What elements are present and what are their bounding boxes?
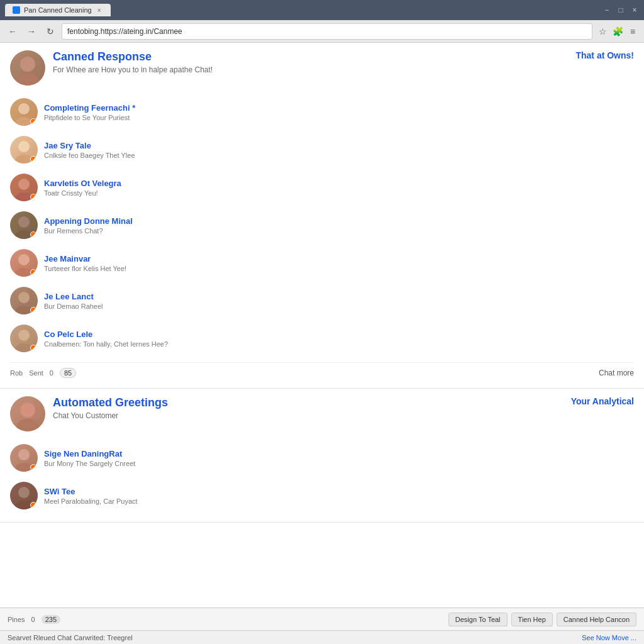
section-tag: That at Owns!: [575, 50, 634, 60]
svg-point-10: [18, 254, 30, 265]
item-avatar: [10, 98, 38, 126]
footer-rob: Rob: [10, 369, 23, 377]
address-bar[interactable]: [62, 23, 592, 40]
item-name: Completing Feernachi *: [44, 103, 634, 113]
menu-icon[interactable]: ≡: [626, 25, 639, 38]
online-indicator: [30, 464, 36, 470]
tab-favicon: [13, 6, 20, 14]
online-indicator: [30, 156, 36, 162]
section-avatar: [10, 50, 45, 86]
section-footer: Rob Sent 0 85 Chat more: [10, 362, 634, 380]
maximize-button[interactable]: □: [616, 6, 625, 14]
section-subtitle: For Whee are How you to in halpe apathe …: [53, 65, 575, 74]
list-item[interactable]: Karvletis Ot Velegra Toatr Crissty Yeu!: [10, 169, 634, 206]
main-scroll-area[interactable]: Canned Response For Whee are How you to …: [0, 43, 644, 608]
item-name: Je Lee Lanct: [44, 292, 634, 301]
browser-window: Pan Canned Cleaning × − □ × ← → ↻ ☆ 🧩 ≡: [0, 0, 644, 644]
bottom-label1: Pines: [8, 616, 25, 623]
list-item[interactable]: SWi Tee Meel Paralobaling, Car Puyact: [10, 477, 634, 514]
item-text: Je Lee Lanct Bur Demao Raheel: [44, 292, 634, 310]
item-name: Karvletis Ot Velegra: [44, 179, 634, 188]
status-bar: Searvet Rleued Chat Carwrited: Treegrel …: [0, 630, 644, 644]
browser-toolbar: ← → ↻ ☆ 🧩 ≡: [0, 20, 644, 43]
star-icon[interactable]: ☆: [596, 25, 609, 38]
section-title-area: Canned Response For Whee are How you to …: [53, 50, 575, 74]
item-desc: Bur Mony The Sargely Cnreet: [44, 460, 634, 467]
item-name: Jae Sry Tale: [44, 141, 634, 150]
minimize-button[interactable]: −: [602, 6, 611, 14]
list-item[interactable]: Je Lee Lanct Bur Demao Raheel: [10, 282, 634, 319]
list-item[interactable]: Jae Sry Tale Cnlksle feo Baegey Thet Yle…: [10, 131, 634, 169]
item-text: Jee Mainvar Turteeer flor Kelis Het Yee!: [44, 254, 634, 272]
online-indicator: [30, 118, 36, 125]
section-title-2: Automated Greetings: [53, 396, 571, 409]
item-avatar: [10, 444, 38, 472]
item-text: Karvletis Ot Velegra Toatr Crissty Yeu!: [44, 179, 634, 197]
item-desc: Cnlksle feo Baegey Thet Ylee: [44, 152, 634, 159]
online-indicator: [30, 502, 36, 508]
svg-point-2: [18, 103, 30, 114]
item-avatar: [10, 287, 38, 314]
list-item[interactable]: Completing Feernachi * Pitpfidele to Se …: [10, 93, 634, 131]
item-avatar: [10, 325, 38, 352]
list-item[interactable]: Sige Nen DaningRat Bur Mony The Sargely …: [10, 439, 634, 477]
item-avatar: [10, 174, 38, 201]
item-name: Co Pelc Lele: [44, 330, 634, 339]
close-button[interactable]: ×: [630, 6, 639, 14]
item-desc: Bur Demao Raheel: [44, 303, 634, 310]
footer-count: 0: [50, 369, 53, 377]
item-name: SWi Tee: [44, 487, 634, 496]
svg-point-1: [16, 73, 39, 86]
item-desc: Toatr Crissty Yeu!: [44, 189, 634, 197]
item-avatar: [10, 482, 38, 509]
tab-close-button[interactable]: ×: [96, 6, 103, 14]
section-avatar-2: [10, 396, 45, 431]
item-text: Appening Donne Minal Bur Remens Chat?: [44, 216, 634, 235]
svg-point-12: [18, 292, 30, 303]
browser-tab[interactable]: Pan Canned Cleaning ×: [5, 4, 111, 16]
online-indicator: [30, 231, 36, 238]
bottom-toolbar: Pines 0 235 Design To Teal Tien Hep Cann…: [0, 608, 644, 630]
section-subtitle-2: Chat You Customer: [53, 411, 571, 420]
item-avatar: [10, 249, 38, 277]
section-title: Canned Response: [53, 50, 575, 64]
item-name: Sige Nen DaningRat: [44, 449, 634, 458]
svg-point-17: [16, 419, 39, 431]
browser-content: Canned Response For Whee are How you to …: [0, 43, 644, 644]
item-text: Completing Feernachi * Pitpfidele to Se …: [44, 103, 634, 121]
extension-icon[interactable]: 🧩: [611, 25, 624, 38]
list-item[interactable]: Jee Mainvar Turteeer flor Kelis Het Yee!: [10, 244, 634, 282]
item-desc: Meel Paralobaling, Car Puyact: [44, 497, 634, 505]
item-text: SWi Tee Meel Paralobaling, Car Puyact: [44, 487, 634, 505]
svg-point-4: [18, 141, 30, 152]
refresh-button[interactable]: ↻: [43, 24, 58, 39]
canned-response-list: Completing Feernachi * Pitpfidele to Se …: [10, 93, 634, 357]
item-name: Appening Donne Minal: [44, 216, 634, 226]
tien-hep-button[interactable]: Tien Hep: [511, 613, 553, 626]
item-desc: Pitpfidele to Se Your Puriest: [44, 114, 634, 121]
svg-point-16: [20, 402, 35, 418]
svg-point-6: [18, 179, 30, 190]
item-avatar: [10, 136, 38, 164]
list-item[interactable]: Co Pelc Lele Cnalbemen: Ton hally, Chet …: [10, 319, 634, 357]
browser-titlebar: Pan Canned Cleaning × − □ ×: [0, 0, 644, 20]
design-to-teal-button[interactable]: Design To Teal: [448, 613, 508, 626]
status-link[interactable]: See Now Move ...: [582, 634, 636, 641]
online-indicator: [30, 345, 36, 351]
online-indicator: [30, 194, 36, 200]
toolbar-icons: ☆ 🧩 ≡: [596, 25, 639, 38]
chat-more-link[interactable]: Chat more: [599, 369, 634, 377]
svg-point-20: [18, 487, 30, 498]
item-desc: Cnalbemen: Ton hally, Chet Iernes Hee?: [44, 340, 634, 348]
forward-button[interactable]: →: [24, 24, 39, 39]
footer-sent: Sent: [29, 369, 43, 377]
item-text: Co Pelc Lele Cnalbemen: Ton hally, Chet …: [44, 330, 634, 348]
online-indicator: [30, 307, 36, 313]
status-text: Searvet Rleued Chat Carwrited: Treegrel: [8, 634, 133, 641]
canned-help-cancon-button[interactable]: Canned Help Cancon: [557, 613, 636, 626]
footer-left: Rob Sent 0 85: [10, 368, 76, 378]
item-desc: Bur Remens Chat?: [44, 227, 634, 235]
svg-point-18: [18, 449, 30, 460]
back-button[interactable]: ←: [5, 24, 20, 39]
list-item[interactable]: Appening Donne Minal Bur Remens Chat?: [10, 206, 634, 244]
